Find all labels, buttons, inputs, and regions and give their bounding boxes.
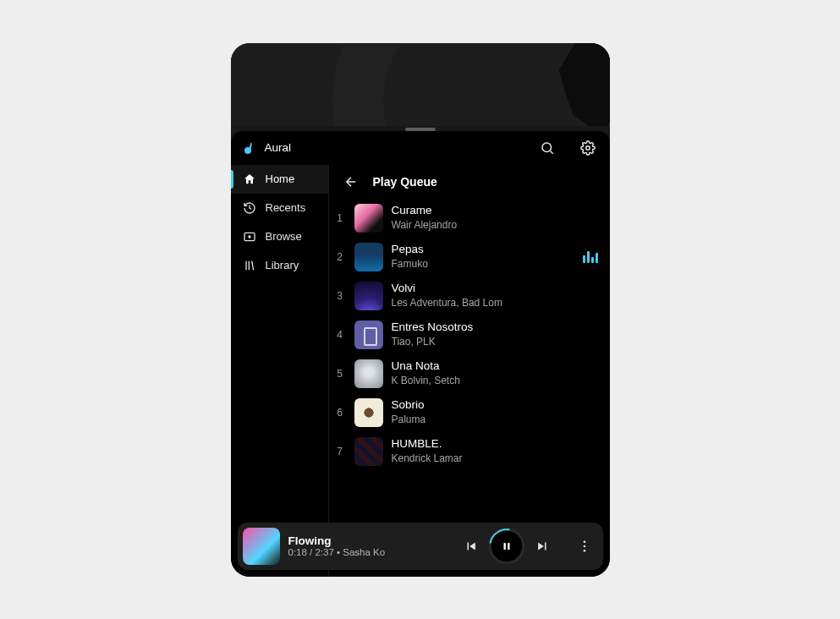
main-panel: Aural Home — [231, 131, 610, 577]
album-art — [354, 359, 383, 388]
sidebar-item-recents[interactable]: Recents — [231, 194, 328, 222]
search-button[interactable] — [537, 138, 557, 158]
track-artist: Les Adventura, Bad Lom — [392, 296, 598, 310]
background-art — [231, 43, 610, 126]
sidebar-item-library[interactable]: Library — [231, 251, 328, 280]
track-row[interactable]: 2 Pepas Famuko — [334, 238, 598, 277]
sidebar-item-home[interactable]: Home — [231, 165, 328, 194]
track-title: HUMBLE. — [392, 437, 598, 451]
top-bar: Aural — [231, 131, 610, 165]
more-vert-icon — [577, 539, 592, 554]
progress-ring — [481, 521, 530, 570]
page-title: Play Queue — [373, 175, 437, 189]
play-pause-button[interactable] — [491, 531, 522, 561]
back-button[interactable] — [341, 172, 361, 192]
now-playing-indicator-icon — [583, 251, 598, 263]
app-icon — [243, 141, 256, 155]
track-index: 2 — [334, 251, 346, 263]
svg-point-2 — [585, 145, 590, 150]
album-art — [354, 282, 383, 310]
now-playing-subtitle: 0:18 / 2:37 • Sasha Ko — [288, 547, 453, 557]
track-artist: Kendrick Lamar — [392, 452, 598, 465]
track-artist: Paluma — [392, 413, 598, 426]
svg-point-11 — [583, 540, 585, 543]
track-row[interactable]: 5 Una Nota K Bolvin, Setch — [334, 354, 598, 393]
track-row[interactable]: 1 Curame Wair Alejandro — [334, 199, 598, 238]
history-icon — [243, 201, 256, 215]
sidebar-item-browse[interactable]: Browse — [231, 222, 328, 251]
previous-button[interactable] — [461, 536, 481, 556]
svg-point-0 — [542, 143, 552, 152]
play-queue-list: 1 Curame Wair Alejandro 2 Pepas Famuko 3… — [329, 197, 610, 577]
mini-player[interactable]: Flowing 0:18 / 2:37 • Sasha Ko — [238, 523, 603, 570]
album-art — [354, 243, 383, 271]
track-index: 4 — [334, 329, 346, 341]
next-button[interactable] — [532, 536, 552, 556]
track-title: Volvi — [392, 282, 598, 295]
sidebar-item-label: Library — [266, 259, 299, 271]
track-title: Curame — [392, 204, 598, 217]
svg-point-12 — [583, 545, 585, 547]
sidebar-item-label: Home — [266, 173, 295, 185]
settings-button[interactable] — [578, 138, 598, 158]
svg-line-7 — [251, 260, 253, 270]
track-row[interactable]: 7 HUMBLE. Kendrick Lamar — [334, 432, 598, 471]
track-title: Una Nota — [392, 359, 598, 373]
skip-previous-icon — [464, 539, 479, 554]
album-art — [354, 398, 383, 427]
home-icon — [243, 173, 256, 186]
track-artist: Famuko — [392, 257, 574, 271]
track-title: Sobrio — [392, 398, 598, 412]
gear-icon — [580, 140, 596, 156]
arrow-left-icon — [343, 174, 359, 189]
track-index: 6 — [334, 407, 346, 419]
svg-point-4 — [249, 236, 250, 238]
track-artist: K Bolvin, Setch — [392, 374, 598, 387]
track-artist: Wair Alejandro — [392, 218, 598, 232]
sidebar: Home Recents Browse — [231, 165, 329, 577]
now-playing-art — [243, 528, 280, 565]
track-index: 3 — [334, 290, 346, 302]
track-row[interactable]: 3 Volvi Les Adventura, Bad Lom — [334, 277, 598, 315]
app-name: Aural — [265, 141, 292, 154]
more-button[interactable] — [574, 536, 595, 556]
sidebar-item-label: Recents — [266, 201, 306, 214]
sidebar-item-label: Browse — [266, 230, 302, 243]
svg-point-13 — [583, 549, 585, 551]
track-title: Entres Nosotros — [392, 320, 598, 334]
track-title: Pepas — [392, 243, 574, 256]
skip-next-icon — [535, 539, 550, 554]
track-index: 5 — [334, 368, 346, 380]
sheet-drag-handle[interactable] — [405, 128, 436, 131]
track-artist: Tiao, PLK — [392, 335, 598, 348]
now-playing-title: Flowing — [288, 534, 453, 547]
album-art — [354, 320, 383, 349]
device-frame: Aural Home — [231, 43, 610, 577]
library-icon — [243, 259, 256, 272]
album-art — [354, 437, 383, 466]
track-index: 1 — [334, 212, 346, 224]
track-row[interactable]: 6 Sobrio Paluma — [334, 393, 598, 432]
svg-line-1 — [550, 151, 552, 153]
search-icon — [540, 140, 555, 156]
album-art — [354, 204, 383, 233]
track-index: 7 — [334, 446, 346, 457]
track-row[interactable]: 4 Entres Nosotros Tiao, PLK — [334, 315, 598, 354]
browse-icon — [243, 230, 256, 244]
content-area: Play Queue 1 Curame Wair Alejandro 2 Pep… — [329, 165, 610, 577]
